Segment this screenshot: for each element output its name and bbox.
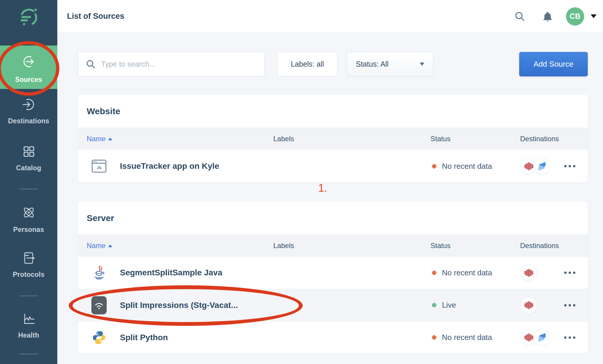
section-title: Server (78, 202, 588, 235)
sources-icon (0, 55, 57, 70)
status-dot-icon (432, 271, 436, 275)
sidebar-item-protocols[interactable]: Protocols (0, 251, 57, 279)
table-header-row: Name Labels Status Destinations (78, 235, 588, 257)
row-actions-ellipsis-button[interactable] (564, 333, 575, 342)
table-header-row: Name Labels Status Destinations (78, 128, 588, 150)
sidebar-item-sources[interactable]: Sources (0, 45, 57, 89)
sidebar-item-label: Personas (0, 226, 57, 234)
top-bar: List of Sources CB (57, 0, 603, 33)
search-icon[interactable] (515, 11, 525, 22)
add-source-button[interactable]: Add Source (519, 52, 588, 76)
python-source-icon (91, 331, 107, 345)
status-text: No recent data (442, 333, 492, 342)
row-actions-ellipsis-button[interactable] (564, 269, 575, 277)
status-filter-value: Status: All (356, 60, 388, 68)
search-input-icon (86, 60, 95, 70)
segment-logo-icon (0, 8, 57, 29)
sort-ascending-icon (108, 245, 112, 247)
status-filter-dropdown[interactable]: Status: All (347, 52, 433, 76)
row-actions-ellipsis-button[interactable] (564, 301, 575, 309)
table-row[interactable]: Split Python No recent data (78, 321, 588, 353)
sidebar-item-health[interactable]: Health (0, 312, 57, 339)
sidebar: Sources Destinations Catalog (0, 0, 57, 364)
destinations-cell (520, 297, 588, 314)
redshift-destination-icon[interactable] (520, 264, 537, 281)
column-header-status: Status (431, 135, 520, 143)
sidebar-divider (19, 189, 38, 189)
status-text: No recent data (442, 162, 492, 171)
table-row[interactable]: SegmentSplitSample Java No recent data (78, 257, 588, 289)
destinations-cell (520, 329, 588, 346)
column-header-labels: Labels (273, 242, 431, 250)
server-sources-card: Server Name Labels Status Destinations S… (78, 202, 588, 353)
source-name: SegmentSplitSample Java (120, 268, 222, 277)
account-menu-caret-icon[interactable] (591, 14, 597, 18)
sidebar-item-destinations[interactable]: Destinations (0, 97, 57, 125)
avatar[interactable]: CB (566, 7, 584, 26)
sidebar-item-personas[interactable]: Personas (0, 205, 57, 234)
column-header-name[interactable]: Name (78, 135, 273, 143)
catalog-grid-icon (0, 144, 57, 160)
status-dot-icon (432, 303, 436, 307)
source-name: IssueTracker app on Kyle (120, 161, 219, 171)
table-row[interactable]: JS IssueTracker app on Kyle No recent da… (78, 150, 588, 183)
sidebar-item-label: Catalog (0, 164, 57, 172)
status-cell: Live (431, 301, 520, 310)
column-header-labels: Labels (273, 135, 431, 143)
sidebar-item-catalog[interactable]: Catalog (0, 144, 57, 172)
svg-text:JS: JS (97, 166, 101, 170)
protocols-icon (0, 251, 57, 266)
source-name: Split Python (120, 333, 168, 342)
source-name: Split Impressions (Stg-Vacat... (120, 301, 238, 310)
destinations-cell (520, 158, 588, 175)
page-title: List of Sources (67, 12, 124, 21)
javascript-source-icon: JS (91, 160, 107, 173)
destinations-icon (0, 97, 57, 113)
java-source-icon (91, 265, 107, 280)
column-header-status: Status (431, 242, 520, 250)
split-destination-icon[interactable] (533, 158, 550, 175)
section-title: Website (78, 95, 588, 128)
sidebar-item-label: Protocols (0, 271, 57, 279)
sidebar-item-label: Sources (0, 76, 57, 84)
table-row[interactable]: Split Impressions (Stg-Vacat... Live (78, 289, 588, 321)
redshift-destination-icon[interactable] (520, 297, 537, 314)
filter-row: Labels: all Status: All Add Source (78, 52, 588, 76)
dropdown-caret-icon (420, 63, 424, 66)
labels-filter-button[interactable]: Labels: all (277, 52, 337, 76)
status-cell: No recent data (431, 162, 520, 171)
column-header-destinations: Destinations (520, 135, 588, 143)
sidebar-divider (19, 296, 38, 296)
sidebar-item-label: Health (0, 331, 57, 339)
notifications-bell-icon[interactable] (542, 11, 553, 22)
website-sources-card: Website Name Labels Status Destinations … (78, 95, 588, 183)
row-actions-ellipsis-button[interactable] (564, 162, 575, 170)
status-dot-icon (432, 335, 436, 340)
wifi-source-icon (91, 296, 107, 314)
health-chart-icon (0, 312, 57, 327)
status-cell: No recent data (431, 333, 520, 342)
status-cell: No recent data (431, 268, 520, 277)
personas-atom-icon (0, 205, 57, 221)
search-input[interactable] (78, 52, 265, 76)
status-text: No recent data (442, 268, 492, 277)
destinations-cell (520, 264, 588, 281)
sidebar-item-label: Destinations (0, 117, 57, 125)
sort-ascending-icon (108, 138, 112, 140)
wifi-tile-icon (91, 296, 107, 314)
status-dot-icon (432, 164, 436, 168)
column-header-destinations: Destinations (520, 242, 588, 250)
split-destination-icon[interactable] (533, 329, 550, 346)
sidebar-divider (19, 354, 38, 354)
column-header-name[interactable]: Name (78, 242, 273, 250)
status-text: Live (442, 301, 456, 310)
